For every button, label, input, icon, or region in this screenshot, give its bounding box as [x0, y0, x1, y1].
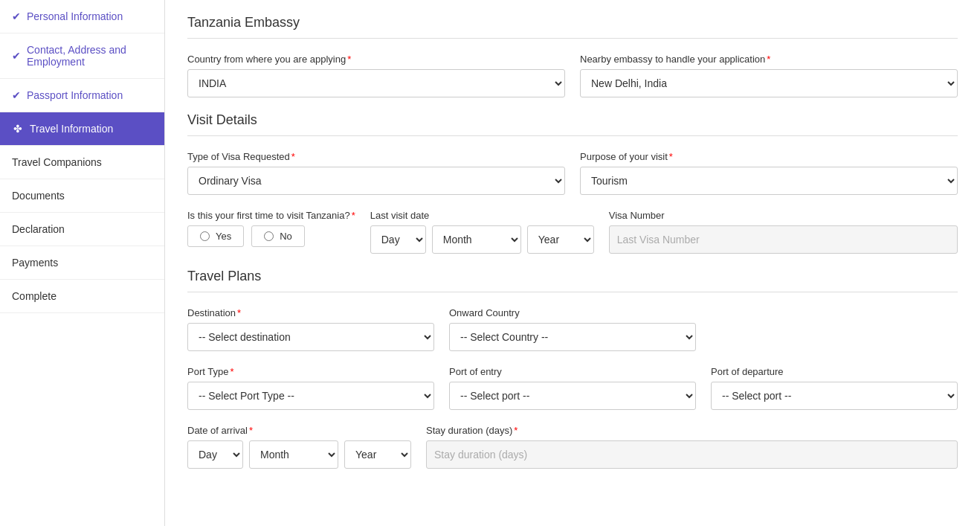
port-entry-label: Port of entry [449, 366, 696, 377]
required-marker: * [352, 210, 355, 221]
travel-plans-title: Travel Plans [187, 269, 958, 284]
stay-duration-group: Stay duration (days)* [426, 425, 958, 469]
divider-embassy [187, 38, 958, 39]
visa-type-select[interactable]: Ordinary Visa [187, 167, 565, 195]
arrival-date-row: Day Month Year [187, 440, 411, 469]
country-from-group: Country from where you are applying* IND… [187, 54, 565, 97]
main-content: Tanzania Embassy Country from where you … [165, 0, 980, 526]
destination-select[interactable]: -- Select destination [187, 323, 434, 351]
required-marker: * [237, 307, 241, 318]
onward-country-group: Onward Country -- Select Country -- [449, 307, 696, 351]
onward-country-label: Onward Country [449, 307, 696, 318]
first-time-radio-group: Yes No [187, 225, 355, 247]
nearby-embassy-label: Nearby embassy to handle your applicatio… [580, 54, 958, 65]
sidebar-item-documents[interactable]: Documents [0, 179, 164, 213]
visa-number-group: Visa Number [609, 210, 958, 254]
arrival-row: Date of arrival* Day Month Year Stay dur… [187, 425, 958, 469]
purpose-label: Purpose of your visit* [580, 151, 958, 162]
required-marker: * [249, 425, 253, 436]
visit-details-title: Visit Details [187, 112, 958, 128]
first-time-label: Is this your first time to visit Tanzani… [187, 210, 355, 221]
sidebar-item-label: Travel Companions [12, 156, 102, 168]
arrival-group: Date of arrival* Day Month Year [187, 425, 411, 469]
first-time-row: Is this your first time to visit Tanzani… [187, 210, 958, 254]
visa-number-input[interactable] [609, 225, 958, 254]
arrival-month-select[interactable]: Month [249, 440, 338, 469]
last-visit-year-select[interactable]: Year [527, 225, 594, 254]
sidebar-item-label: Passport Information [27, 89, 123, 101]
last-visit-date-row: Day Month Year [370, 225, 594, 254]
radio-no-input[interactable] [264, 231, 274, 241]
embassy-row: Country from where you are applying* IND… [187, 54, 958, 97]
port-departure-select[interactable]: -- Select port -- [711, 382, 958, 410]
port-type-select[interactable]: -- Select Port Type -- [187, 382, 434, 410]
sidebar-item-complete[interactable]: Complete [0, 280, 164, 313]
sidebar-item-travel-companions[interactable]: Travel Companions [0, 146, 164, 179]
sidebar-item-label: Declaration [12, 223, 65, 235]
required-marker: * [767, 54, 770, 65]
port-type-group: Port Type* -- Select Port Type -- [187, 366, 434, 410]
required-marker: * [514, 425, 518, 436]
last-visit-day-select[interactable]: Day [370, 225, 426, 254]
nearby-embassy-group: Nearby embassy to handle your applicatio… [580, 54, 958, 97]
destination-group: Destination* -- Select destination [187, 307, 434, 351]
stay-duration-label: Stay duration (days)* [426, 425, 958, 436]
sidebar-item-label: Contact, Address and Employment [27, 44, 152, 68]
sidebar-item-label: Travel Information [30, 123, 113, 135]
radio-no-option[interactable]: No [251, 225, 305, 247]
required-marker: * [669, 151, 673, 162]
required-marker: * [291, 151, 295, 162]
required-marker: * [347, 54, 351, 65]
check-icon: ✔ [12, 89, 21, 101]
sidebar: ✔ Personal Information ✔ Contact, Addres… [0, 0, 165, 526]
check-icon: ✔ [12, 10, 21, 22]
radio-yes-label: Yes [216, 231, 231, 242]
stay-duration-input[interactable] [426, 440, 958, 469]
sidebar-item-label: Payments [12, 257, 58, 269]
check-icon: ✔ [12, 50, 21, 62]
purpose-group: Purpose of your visit* Tourism [580, 151, 958, 195]
last-visit-label: Last visit date [370, 210, 594, 221]
visa-type-label: Type of Visa Requested* [187, 151, 565, 162]
last-visit-group: Last visit date Day Month Year [370, 210, 594, 254]
divider-travel [187, 292, 958, 292]
port-type-label: Port Type* [187, 366, 434, 377]
port-departure-label: Port of departure [711, 366, 958, 377]
sidebar-item-label: Personal Information [27, 10, 123, 22]
radio-no-label: No [280, 231, 292, 242]
sidebar-item-personal-information[interactable]: ✔ Personal Information [0, 0, 164, 33]
destination-row: Destination* -- Select destination Onwar… [187, 307, 958, 351]
nearby-embassy-select[interactable]: New Delhi, India [580, 69, 958, 97]
sidebar-item-label: Documents [12, 190, 65, 202]
country-from-label: Country from where you are applying* [187, 54, 565, 65]
last-visit-month-select[interactable]: Month [432, 225, 521, 254]
tanzania-embassy-title: Tanzania Embassy [187, 15, 958, 31]
visa-type-row: Type of Visa Requested* Ordinary Visa Pu… [187, 151, 958, 195]
required-marker: * [230, 366, 233, 377]
visa-type-group: Type of Visa Requested* Ordinary Visa [187, 151, 565, 195]
destination-label: Destination* [187, 307, 434, 318]
port-row: Port Type* -- Select Port Type -- Port o… [187, 366, 958, 410]
purpose-select[interactable]: Tourism [580, 167, 958, 195]
port-entry-group: Port of entry -- Select port -- [449, 366, 696, 410]
radio-yes-option[interactable]: Yes [187, 225, 244, 247]
first-time-group: Is this your first time to visit Tanzani… [187, 210, 355, 247]
visa-number-label: Visa Number [609, 210, 958, 221]
arrival-label: Date of arrival* [187, 425, 411, 436]
port-entry-select[interactable]: -- Select port -- [449, 382, 696, 410]
onward-country-select[interactable]: -- Select Country -- [449, 323, 696, 351]
country-from-select[interactable]: INDIA [187, 69, 565, 97]
sidebar-item-passport-information[interactable]: ✔ Passport Information [0, 79, 164, 112]
divider-visit [187, 135, 958, 136]
sidebar-item-travel-information[interactable]: ✤ Travel Information [0, 112, 164, 146]
gear-icon: ✤ [12, 123, 24, 135]
arrival-day-select[interactable]: Day [187, 440, 243, 469]
sidebar-item-label: Complete [12, 290, 57, 302]
sidebar-item-contact-address[interactable]: ✔ Contact, Address and Employment [0, 33, 164, 79]
radio-yes-input[interactable] [200, 231, 210, 241]
sidebar-item-declaration[interactable]: Declaration [0, 213, 164, 246]
sidebar-item-payments[interactable]: Payments [0, 246, 164, 280]
port-departure-group: Port of departure -- Select port -- [711, 366, 958, 410]
arrival-year-select[interactable]: Year [344, 440, 411, 469]
